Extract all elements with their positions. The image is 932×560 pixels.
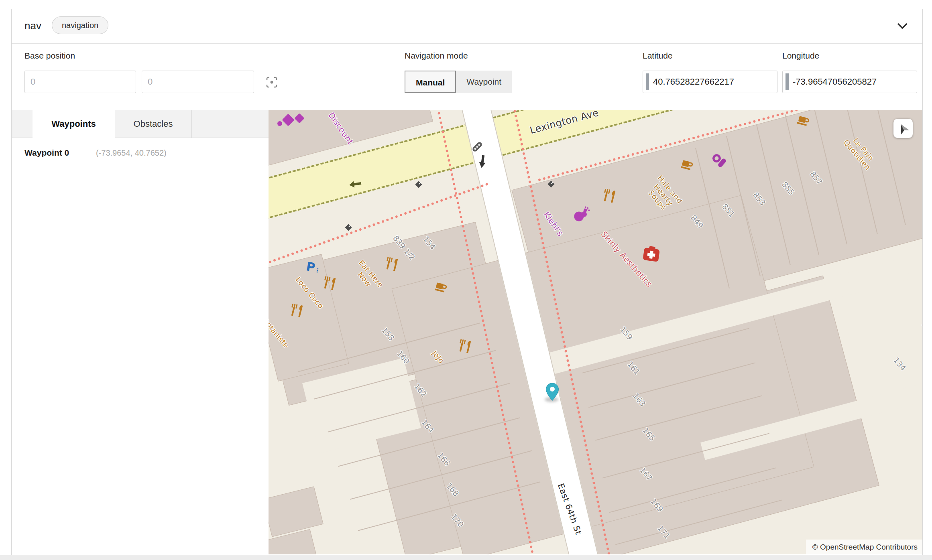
tab-obstacles[interactable]: Obstacles: [115, 110, 192, 138]
latitude-input[interactable]: [649, 77, 777, 87]
waypoint-marker-pin[interactable]: [545, 383, 559, 403]
longitude-input[interactable]: [789, 77, 917, 87]
map[interactable]: DiscountLexington AveEat HereNowLoco Coc…: [269, 110, 922, 554]
tab-strip: Waypoints Obstacles: [12, 110, 269, 138]
map-icon-gate-icon: [469, 139, 485, 156]
navigation-mode-label: Navigation mode: [405, 51, 468, 61]
latitude-field: [643, 71, 777, 93]
base-x-input[interactable]: [25, 77, 136, 87]
card-title: nav: [24, 20, 41, 32]
map-icon-arrow-left-icon: [349, 181, 362, 189]
map-icon-clothes-icon: [711, 154, 729, 170]
map-building: [269, 486, 324, 537]
map-icon-cafe-icon: [435, 281, 448, 295]
map-icon-cafe-icon: [681, 159, 694, 172]
map-icon-cafe-icon: [797, 115, 810, 128]
base-x-field: [24, 71, 136, 93]
tab-waypoints[interactable]: Waypoints: [33, 110, 115, 138]
header-divider: [12, 43, 922, 44]
longitude-drag-handle[interactable]: [785, 73, 789, 90]
map-attribution[interactable]: © OpenStreetMap Contributors: [806, 540, 922, 554]
waypoint-list-item[interactable]: Waypoint 0 (-73.9654, 40.7652): [12, 142, 269, 170]
latitude-drag-handle[interactable]: [646, 73, 649, 90]
navigation-badge: navigation: [52, 16, 108, 34]
chevron-down-icon[interactable]: [895, 19, 910, 33]
map-orient-button[interactable]: [893, 119, 913, 138]
card-header: nav navigation: [12, 9, 922, 43]
navigation-mode-toggle: Manual Waypoint: [405, 71, 512, 93]
mode-waypoint-button[interactable]: Waypoint: [456, 71, 512, 93]
map-icon-cosmetics-icon: [572, 206, 592, 224]
map-icon-discount-shop-icon: [277, 113, 309, 131]
page-bottom-strip: [0, 555, 932, 560]
map-icon-entrance-icon: [344, 223, 352, 233]
row-divider: [24, 170, 260, 170]
mode-manual-button[interactable]: Manual: [405, 71, 456, 93]
map-icon-restaurant-icon: [384, 257, 399, 272]
base-position-label: Base position: [24, 51, 75, 61]
base-y-input[interactable]: [142, 77, 254, 87]
latitude-label: Latitude: [643, 51, 673, 61]
map-icon-arrow-down-icon: [479, 155, 486, 170]
waypoint-coords: (-73.9654, 40.7652): [96, 148, 167, 158]
house-number: 136: [914, 313, 922, 343]
base-y-field: [142, 71, 254, 93]
longitude-label: Longitude: [782, 51, 819, 61]
house-number: 134: [886, 349, 913, 379]
nav-card: nav navigation Base position Navigation …: [11, 9, 923, 555]
map-icon-restaurant-icon: [601, 189, 617, 204]
pick-position-icon[interactable]: [265, 75, 279, 89]
map-icon-restaurant-icon: [322, 276, 337, 292]
map-icon-medical-icon: [643, 246, 660, 264]
longitude-field: [782, 71, 917, 93]
map-icon-entrance-icon: [547, 180, 555, 190]
waypoint-name: Waypoint 0: [24, 148, 69, 158]
map-icon-restaurant-icon: [457, 339, 472, 355]
map-icon-parking-icon: P⋮: [306, 260, 321, 274]
map-icon-entrance-icon: [415, 181, 423, 190]
map-icon-restaurant-icon: [289, 304, 304, 319]
